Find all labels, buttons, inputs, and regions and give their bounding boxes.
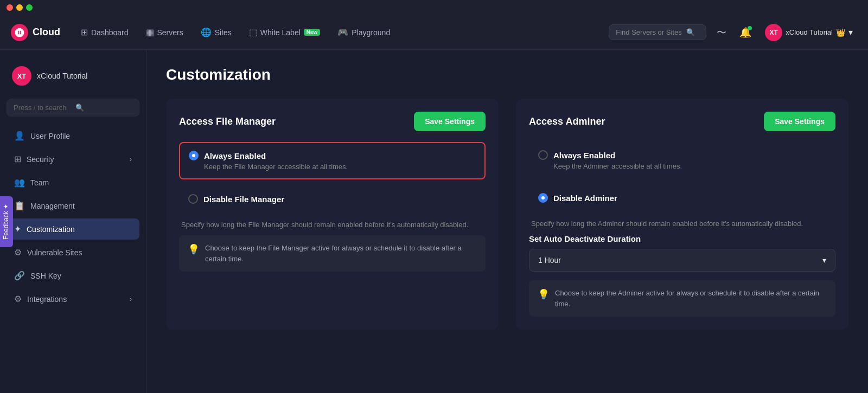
select-chevron-icon: ▾ <box>822 256 826 265</box>
sidebar-item-ssh-key-label: SSH Key <box>30 272 61 280</box>
white-label-icon: ⬚ <box>249 27 257 37</box>
nav-white-label[interactable]: ⬚ White Label New <box>241 23 328 42</box>
duration-select[interactable]: 1 Hour ▾ <box>529 249 835 272</box>
logo-icon <box>11 24 28 41</box>
servers-icon: ▦ <box>146 27 154 37</box>
search-placeholder: Find Servers or Sites <box>616 28 681 36</box>
adminer-section: Access Adminer Save Settings Always Enab… <box>516 99 848 330</box>
file-manager-save-button[interactable]: Save Settings <box>414 112 486 131</box>
nav-white-label-label: White Label <box>260 28 301 37</box>
sidebar-item-team-label: Team <box>30 178 49 187</box>
info-icon: 💡 <box>188 243 200 255</box>
adminer-radio-unchecked-icon <box>538 150 548 160</box>
notification-dot <box>748 26 752 30</box>
adminer-info-icon: 💡 <box>538 288 550 300</box>
file-manager-info-text: Choose to keep the File Manager active f… <box>205 243 477 264</box>
adminer-save-button[interactable]: Save Settings <box>764 112 835 131</box>
activity-button[interactable]: 〜 <box>713 24 730 41</box>
nav-servers[interactable]: ▦ Servers <box>138 23 191 42</box>
minimize-button[interactable] <box>16 4 23 11</box>
nav-sites[interactable]: 🌐 Sites <box>193 23 239 42</box>
file-manager-disable-label: Disable File Manager <box>188 194 476 204</box>
adminer-info-box: 💡 Choose to keep the Adminer active for … <box>529 280 835 317</box>
file-manager-disable-option[interactable]: Disable File Manager <box>179 186 486 214</box>
star-icon: ✦ <box>2 203 10 209</box>
sidebar-item-team[interactable]: 👥 Team <box>7 172 139 193</box>
avatar: XT <box>765 24 782 41</box>
nav-sites-label: Sites <box>215 28 232 37</box>
sidebar-user: XT xCloud Tutorial <box>7 61 139 94</box>
duration-value: 1 Hour <box>538 256 561 265</box>
radio-unchecked-icon <box>188 194 198 204</box>
main-layout: Feedback ✦ XT xCloud Tutorial Press / to… <box>0 50 868 393</box>
dashboard-icon: ⊞ <box>81 27 88 37</box>
integrations-chevron-icon: › <box>130 295 132 303</box>
sidebar-item-security-label: Security <box>27 155 54 164</box>
adminer-radio-checked-icon <box>538 193 548 203</box>
sidebar-search-placeholder: Press / to search <box>14 104 71 112</box>
management-icon: 📋 <box>14 201 25 211</box>
sidebar-item-vulnerable-sites-label: Vulnerable Sites <box>27 248 82 257</box>
adminer-disable-option[interactable]: Disable Adminer <box>529 185 835 213</box>
nav-dashboard-label: Dashboard <box>91 28 129 37</box>
search-icon: 🔍 <box>686 28 695 36</box>
sidebar-item-integrations-label: Integrations <box>27 295 67 304</box>
sidebar: Feedback ✦ XT xCloud Tutorial Press / to… <box>0 50 146 393</box>
sidebar-item-management[interactable]: 📋 Management <box>7 195 139 216</box>
security-icon: ⊞ <box>14 154 21 164</box>
sidebar-item-user-profile-label: User Profile <box>30 132 70 140</box>
auto-deactivate-label: Set Auto Deactivate Duration <box>529 234 835 243</box>
file-manager-always-enabled-label: Always Enabled <box>189 151 476 160</box>
feedback-label: Feedback <box>2 211 10 240</box>
sidebar-search-icon: 🔍 <box>75 104 133 112</box>
top-nav: Cloud ⊞ Dashboard ▦ Servers 🌐 Sites ⬚ Wh… <box>0 15 868 50</box>
user-name: xCloud Tutorial <box>786 28 833 36</box>
crown-icon: 👑 <box>836 28 845 37</box>
close-button[interactable] <box>7 4 13 11</box>
activity-icon: 〜 <box>717 26 726 39</box>
sidebar-item-customization[interactable]: ✦ Customization <box>7 218 139 240</box>
sidebar-username: xCloud Tutorial <box>37 72 87 80</box>
file-manager-always-enabled-desc: Keep the File Manager accessible at all … <box>204 163 476 171</box>
feedback-tab[interactable]: Feedback ✦ <box>0 196 13 247</box>
vulnerable-sites-icon: ⚙ <box>14 247 22 257</box>
nav-items: ⊞ Dashboard ▦ Servers 🌐 Sites ⬚ White La… <box>73 23 609 42</box>
new-badge: New <box>304 29 321 36</box>
playground-icon: 🎮 <box>337 27 348 37</box>
adminer-always-enabled-label: Always Enabled <box>538 150 826 160</box>
nav-right: Find Servers or Sites 🔍 〜 🔔 XT xCloud Tu… <box>609 22 857 43</box>
main-content: Customization Access File Manager Save S… <box>146 50 868 393</box>
notifications-button[interactable]: 🔔 <box>737 24 754 41</box>
sidebar-item-vulnerable-sites[interactable]: ⚙ Vulnerable Sites <box>7 242 139 263</box>
file-manager-info-box: 💡 Choose to keep the File Manager active… <box>179 235 486 272</box>
adminer-always-enabled-option[interactable]: Always Enabled Keep the Adminer accessib… <box>529 142 835 178</box>
logo[interactable]: Cloud <box>11 24 60 41</box>
team-icon: 👥 <box>14 177 25 188</box>
title-bar <box>0 0 868 15</box>
sidebar-item-ssh-key[interactable]: 🔗 SSH Key <box>7 265 139 286</box>
sidebar-search[interactable]: Press / to search 🔍 <box>7 99 139 117</box>
nav-servers-label: Servers <box>157 28 183 37</box>
logo-text: Cloud <box>33 27 60 38</box>
adminer-header: Access Adminer Save Settings <box>529 112 835 131</box>
global-search[interactable]: Find Servers or Sites 🔍 <box>609 24 706 40</box>
file-manager-disable-desc: Specify how long the File Manager should… <box>179 221 486 229</box>
file-manager-section: Access File Manager Save Settings Always… <box>166 99 499 330</box>
adminer-info-text: Choose to keep the Adminer active for al… <box>555 288 827 309</box>
user-menu[interactable]: XT xCloud Tutorial 👑 ▾ <box>761 22 857 43</box>
adminer-disable-desc: Specify how long the Adminer should rema… <box>529 220 835 228</box>
customization-icon: ✦ <box>14 224 21 234</box>
file-manager-header: Access File Manager Save Settings <box>179 112 486 131</box>
adminer-title: Access Adminer <box>529 116 605 127</box>
chevron-down-icon: ▾ <box>848 27 853 37</box>
traffic-lights <box>7 4 33 11</box>
sidebar-item-integrations[interactable]: ⚙ Integrations › <box>7 288 139 310</box>
nav-playground[interactable]: 🎮 Playground <box>330 23 398 42</box>
radio-checked-icon <box>189 151 199 160</box>
sidebar-item-security[interactable]: ⊞ Security › <box>7 149 139 170</box>
file-manager-always-enabled-option[interactable]: Always Enabled Keep the File Manager acc… <box>179 142 486 179</box>
integrations-icon: ⚙ <box>14 294 22 304</box>
maximize-button[interactable] <box>26 4 33 11</box>
nav-dashboard[interactable]: ⊞ Dashboard <box>73 23 136 42</box>
sidebar-item-user-profile[interactable]: 👤 User Profile <box>7 125 139 146</box>
